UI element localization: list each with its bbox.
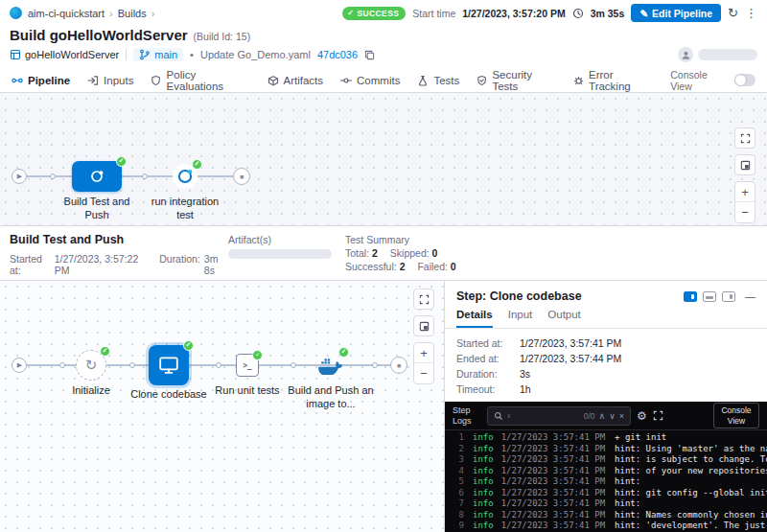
- stage-end-node[interactable]: ■: [390, 357, 407, 374]
- search-prev-button[interactable]: ∧: [599, 411, 606, 421]
- tab-label: Artifacts: [284, 75, 324, 86]
- field-value: 1h: [520, 383, 531, 395]
- layout-right-view-button[interactable]: [722, 291, 735, 302]
- stage-graph-canvas: ▶ ✓ Build Test and Push ✓ run integratio…: [0, 93, 767, 225]
- search-next-button[interactable]: ∨: [609, 411, 616, 421]
- log-line: 9info1/27/2023 3:57:41 PMhint: 'developm…: [445, 520, 767, 532]
- field-value: 1/27/2023, 3:57:44 PM: [520, 353, 621, 364]
- chevron-right-icon: ›: [109, 8, 113, 19]
- log-line: 1info1/27/2023 3:57:41 PM+ git init: [445, 432, 767, 444]
- zoom-in-button[interactable]: +: [414, 343, 433, 363]
- zoom-out-button[interactable]: −: [735, 202, 755, 222]
- copy-icon[interactable]: [364, 50, 375, 60]
- log-settings-button[interactable]: ⚙: [637, 409, 647, 423]
- step-node-clone-codebase[interactable]: ✓: [149, 345, 189, 385]
- link-node[interactable]: [129, 362, 135, 368]
- log-search-input[interactable]: [514, 411, 579, 421]
- page-title: Build goHelloWorldServer: [10, 27, 188, 43]
- link-node[interactable]: [291, 362, 296, 368]
- search-close-button[interactable]: ×: [619, 411, 624, 421]
- step-node-run-integration-test[interactable]: ✓: [173, 164, 198, 189]
- tab-artifacts[interactable]: Artifacts: [267, 68, 324, 92]
- docker-whale-icon: [318, 356, 343, 375]
- step-node-build-and-push[interactable]: ✓: [317, 352, 344, 379]
- console-view-toggle[interactable]: [734, 74, 755, 86]
- redacted-user-info: [698, 49, 757, 60]
- tab-inputs[interactable]: Inputs: [87, 68, 133, 92]
- edit-pipeline-button[interactable]: ✎ Edit Pipeline: [631, 4, 721, 22]
- step-label-build-and-push: Build and Push an image to...: [288, 384, 374, 411]
- breadcrumb-builds[interactable]: Builds: [118, 8, 147, 19]
- fullscreen-button[interactable]: [734, 127, 755, 149]
- tab-label: Tests: [433, 75, 459, 86]
- link-node[interactable]: [372, 362, 378, 368]
- field-label: Duration:: [456, 368, 520, 380]
- log-line: 4info1/27/2023 3:57:41 PMhint: of your n…: [445, 466, 767, 477]
- divider: [126, 49, 127, 60]
- console-header: Step Logs › 0/0 ∧ ∨ × ⚙: [445, 402, 767, 430]
- tab-tests[interactable]: Tests: [417, 68, 459, 92]
- total-label: Total:: [345, 247, 369, 259]
- step-label-initialize: Initialize: [53, 384, 129, 398]
- stage-start-node[interactable]: ▶: [12, 358, 27, 373]
- tab-label: Policy Evaluations: [167, 69, 250, 92]
- link-node[interactable]: [216, 362, 221, 368]
- more-options-button[interactable]: ⋮: [745, 7, 757, 19]
- layout-bottom-view-button[interactable]: [703, 291, 716, 302]
- tab-label: Inputs: [104, 75, 133, 86]
- layout-split-view-button[interactable]: [684, 291, 697, 302]
- step-node-run-unit-tests[interactable]: >_ ✓: [236, 354, 259, 377]
- link-node[interactable]: [59, 362, 65, 368]
- tab-security-tests[interactable]: Security Tests: [476, 68, 556, 92]
- step-node-initialize[interactable]: ↻ ✓: [76, 350, 106, 381]
- step-details-panel: Step: Clone codebase — Details Input Out…: [445, 281, 767, 532]
- fullscreen-button[interactable]: [413, 289, 434, 310]
- tab-error-tracking[interactable]: Error Tracking: [573, 68, 653, 92]
- build-meta-row: goHelloWorldServer main • Update Go_Demo…: [0, 45, 767, 68]
- flask-icon: [417, 75, 429, 86]
- tab-policy-evaluations[interactable]: Policy Evaluations: [151, 68, 249, 92]
- branch-chip[interactable]: main: [133, 48, 183, 61]
- minimap-icon: [740, 160, 751, 171]
- log-fullscreen-button[interactable]: [653, 410, 663, 421]
- zoom-out-button[interactable]: −: [414, 363, 433, 383]
- pipeline-end-node[interactable]: ■: [233, 168, 250, 185]
- duration-value: 3m 8s: [204, 253, 228, 276]
- check-icon: ✓: [347, 9, 354, 17]
- field-value: 3s: [520, 368, 530, 380]
- tab-input[interactable]: Input: [508, 309, 533, 328]
- step-panel-title: Step: Clone codebase: [456, 289, 582, 303]
- tab-pipeline[interactable]: Pipeline: [12, 68, 70, 92]
- refresh-button[interactable]: ↻: [728, 7, 738, 19]
- git-branch-icon: [139, 49, 151, 60]
- tab-details[interactable]: Details: [456, 309, 493, 328]
- failed-label: Failed:: [417, 261, 448, 272]
- tab-commits[interactable]: Commits: [340, 68, 400, 92]
- breadcrumb-project[interactable]: aim-ci-quickstart: [28, 8, 105, 19]
- log-lines[interactable]: 1info1/27/2023 3:57:41 PM+ git init 2inf…: [445, 430, 767, 532]
- console-view-label: Console View: [670, 69, 727, 92]
- link-node[interactable]: [142, 173, 148, 179]
- log-search-box[interactable]: › 0/0 ∧ ∨ ×: [487, 406, 631, 426]
- collapse-panel-button[interactable]: —: [745, 290, 755, 302]
- successful-value: 2: [400, 261, 406, 272]
- stage-node-build-test-and-push[interactable]: ✓: [72, 161, 122, 192]
- step-label-run-unit-tests: Run unit tests: [209, 384, 286, 398]
- canvas-reset-button[interactable]: [734, 154, 755, 175]
- field-label: Started at:: [456, 337, 520, 349]
- log-line: 6info1/27/2023 3:57:41 PMhint: git confi…: [445, 488, 767, 499]
- repository-icon: [10, 49, 21, 60]
- field-row: Duration: 3s: [456, 368, 755, 380]
- top-bar: aim-ci-quickstart › Builds › ✓ SUCCESS S…: [0, 0, 767, 26]
- test-summary: Test Summary Total: 2 Skipped: 0 Success…: [345, 233, 466, 273]
- pipeline-start-node[interactable]: ▶: [12, 169, 27, 184]
- terminal-prompt-icon: >_: [243, 361, 252, 370]
- canvas-reset-button[interactable]: [413, 315, 434, 336]
- console-view-button[interactable]: Console View: [713, 403, 759, 428]
- tab-label: Security Tests: [492, 69, 555, 92]
- zoom-in-button[interactable]: +: [735, 182, 755, 202]
- link-node[interactable]: [50, 173, 56, 179]
- commit-sha-link[interactable]: 47dc036: [317, 49, 358, 60]
- tab-output[interactable]: Output: [547, 309, 581, 328]
- repo-chip[interactable]: goHelloWorldServer: [10, 49, 119, 60]
